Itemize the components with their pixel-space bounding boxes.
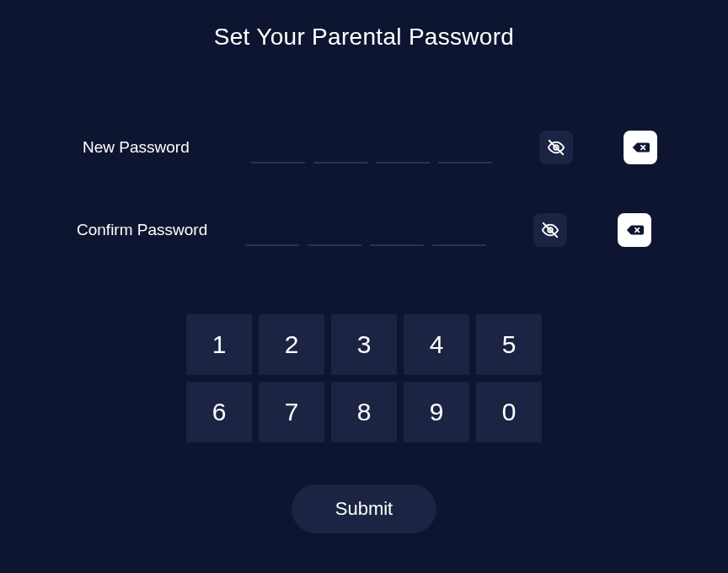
- eye-off-icon: [541, 221, 559, 239]
- parental-password-container: Set Your Parental Password New Password: [0, 0, 728, 573]
- pin-slot[interactable]: [370, 214, 424, 246]
- key-8[interactable]: 8: [331, 382, 397, 442]
- page-title: Set Your Parental Password: [214, 24, 514, 51]
- backspace-icon: [631, 138, 650, 157]
- key-3[interactable]: 3: [331, 314, 397, 375]
- backspace-confirm[interactable]: [618, 213, 651, 247]
- pin-slot[interactable]: [438, 131, 492, 163]
- key-2[interactable]: 2: [259, 314, 324, 375]
- submit-button[interactable]: Submit: [292, 485, 436, 533]
- eye-off-icon: [547, 138, 565, 157]
- key-4[interactable]: 4: [404, 314, 469, 375]
- key-5[interactable]: 5: [476, 314, 542, 375]
- pin-slot[interactable]: [313, 131, 367, 163]
- pin-slot[interactable]: [251, 131, 305, 163]
- key-7[interactable]: 7: [259, 382, 324, 442]
- confirm-password-row: Confirm Password: [0, 213, 728, 247]
- new-password-row: New Password: [0, 131, 728, 164]
- key-0[interactable]: 0: [476, 382, 542, 442]
- toggle-visibility-confirm[interactable]: [533, 213, 567, 247]
- password-section: New Password: [0, 131, 728, 247]
- key-1[interactable]: 1: [186, 314, 252, 375]
- toggle-visibility-new[interactable]: [539, 131, 573, 164]
- confirm-password-slots: [245, 214, 486, 246]
- pin-slot[interactable]: [245, 214, 299, 246]
- backspace-new[interactable]: [624, 131, 657, 164]
- key-6[interactable]: 6: [186, 382, 252, 442]
- confirm-password-label: Confirm Password: [77, 221, 228, 239]
- pin-slot[interactable]: [308, 214, 361, 246]
- key-9[interactable]: 9: [404, 382, 469, 442]
- new-password-slots: [251, 131, 492, 163]
- pin-slot[interactable]: [376, 131, 430, 163]
- backspace-icon: [625, 221, 644, 239]
- new-password-label: New Password: [83, 138, 234, 157]
- pin-slot[interactable]: [432, 214, 486, 246]
- numeric-keypad: 1 2 3 4 5 6 7 8 9 0: [186, 314, 542, 442]
